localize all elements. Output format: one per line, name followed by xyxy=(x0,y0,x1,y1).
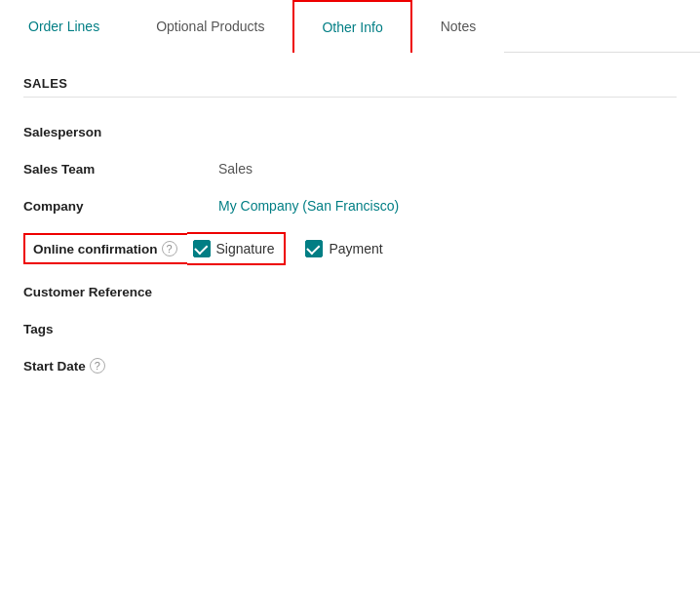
payment-area: Payment xyxy=(305,240,382,257)
salesperson-row: Salesperson xyxy=(23,113,677,150)
online-confirmation-label: Online confirmation xyxy=(33,242,158,256)
tab-bar: Order Lines Optional Products Other Info… xyxy=(0,0,700,53)
company-row: Company My Company (San Francisco) xyxy=(23,187,677,224)
tab-notes[interactable]: Notes xyxy=(412,0,505,53)
tags-row: Tags xyxy=(23,310,677,347)
sales-team-value[interactable]: Sales xyxy=(218,161,253,177)
sales-team-label: Sales Team xyxy=(23,162,218,177)
customer-reference-label: Customer Reference xyxy=(23,285,218,299)
sales-team-row: Sales Team Sales xyxy=(23,150,677,187)
signature-checkbox[interactable] xyxy=(193,240,211,257)
online-confirmation-label-box: Online confirmation ? xyxy=(23,233,187,264)
online-confirmation-row: Online confirmation ? Signature Payment xyxy=(23,224,677,273)
tags-label: Tags xyxy=(23,322,218,336)
tab-other-info[interactable]: Other Info xyxy=(292,0,411,53)
online-confirmation-help-icon[interactable]: ? xyxy=(162,241,177,256)
salesperson-label: Salesperson xyxy=(23,125,218,139)
tab-order-lines[interactable]: Order Lines xyxy=(0,0,128,53)
company-value[interactable]: My Company (San Francisco) xyxy=(218,198,399,214)
customer-reference-row: Customer Reference xyxy=(23,273,677,310)
signature-label: Signature xyxy=(216,241,275,256)
start-date-help-icon[interactable]: ? xyxy=(90,358,105,374)
content-area: SALES Salesperson Sales Team Sales Compa… xyxy=(0,53,700,408)
form-fields: Salesperson Sales Team Sales Company My … xyxy=(23,113,677,384)
company-label: Company xyxy=(23,199,218,214)
payment-checkbox[interactable] xyxy=(305,240,323,257)
online-confirmation-signature-box: Signature xyxy=(187,232,287,265)
tab-optional-products[interactable]: Optional Products xyxy=(128,0,292,53)
payment-label: Payment xyxy=(329,241,382,256)
start-date-row: Start Date ? xyxy=(23,347,677,384)
section-title-sales: SALES xyxy=(23,76,677,98)
start-date-label: Start Date ? xyxy=(23,358,218,374)
